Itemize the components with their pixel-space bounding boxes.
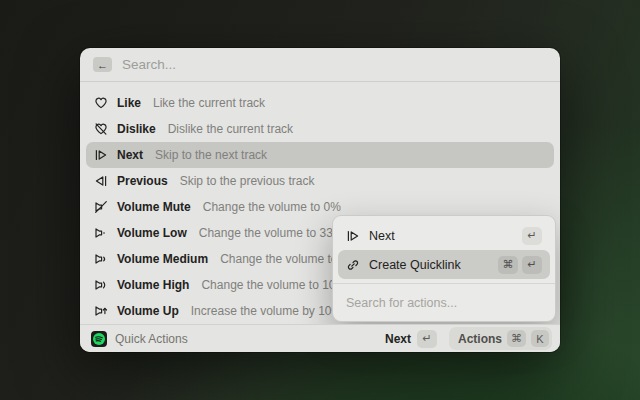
list-item-title: Like [117,96,141,110]
speaker-high-icon [94,278,108,292]
speaker-medium-icon [94,252,108,266]
search-header: ← Search... [80,48,560,82]
speaker-up-icon [94,304,108,318]
list-item-subtitle: Dislike the current track [168,122,293,136]
shortcut-keys: ↵ [522,227,542,245]
list-item-subtitle: Like the current track [153,96,265,110]
command-key-badge: ⌘ [507,330,526,347]
search-input[interactable]: Search... [122,57,176,72]
list-item-title: Next [117,148,143,162]
list-item-subtitle: Increase the volume by 10% [191,304,342,318]
k-key-badge: K [531,330,549,347]
action-item-next[interactable]: Next ↵ [338,221,550,250]
list-item-title: Volume Mute [117,200,191,214]
list-item-next[interactable]: Next Skip to the next track [86,142,554,168]
list-item-title: Previous [117,174,168,188]
list-item-subtitle: Skip to the previous track [180,174,315,188]
back-arrow-icon: ← [97,59,108,71]
link-icon [346,258,360,272]
list-item-subtitle: Change the volume to 33% [199,226,344,240]
list-item-previous[interactable]: Previous Skip to the previous track [86,168,554,194]
list-item-title: Dislike [117,122,156,136]
actions-popup: Next ↵ Create Quicklink ⌘ ↵ Search for a… [332,215,556,322]
return-key-badge: ↵ [522,256,542,274]
heart-crossed-icon [94,122,108,136]
launcher-window: ← Search... Like Like the current track … [80,48,560,352]
list-item-dislike[interactable]: Dislike Dislike the current track [86,116,554,142]
speaker-mute-icon [94,200,108,214]
action-item-label: Create Quicklink [369,258,461,272]
action-item-create-quicklink[interactable]: Create Quicklink ⌘ ↵ [338,250,550,279]
command-name-label: Quick Actions [115,332,188,346]
skip-forward-icon [346,229,360,243]
popup-divider [333,283,555,284]
list-item-title: Volume Medium [117,252,208,266]
status-bar: Quick Actions Next ↵ Actions ⌘ K [80,324,560,352]
actions-button-label: Actions [458,332,502,346]
list-item-title: Volume Up [117,304,179,318]
list-item-title: Volume High [117,278,189,292]
heart-icon [94,96,108,110]
primary-action-button[interactable]: Next [385,332,411,346]
action-item-label: Next [369,229,395,243]
return-key-badge: ↵ [522,227,542,245]
list-item-subtitle: Skip to the next track [155,148,267,162]
skip-forward-icon [94,148,108,162]
speaker-low-icon [94,226,108,240]
back-button[interactable]: ← [93,57,112,72]
skip-back-icon [94,174,108,188]
actions-button[interactable]: Actions ⌘ K [449,327,552,350]
command-key-badge: ⌘ [498,256,518,274]
shortcut-keys: ⌘ ↵ [498,256,542,274]
spotify-logo-icon [91,331,107,347]
list-item-like[interactable]: Like Like the current track [86,90,554,116]
list-item-title: Volume Low [117,226,187,240]
actions-search-input[interactable]: Search for actions... [338,288,550,316]
list-item-subtitle: Change the volume to 0% [203,200,341,214]
return-key-badge: ↵ [417,330,437,348]
list-item-subtitle: Change the volume to 100% [201,278,352,292]
